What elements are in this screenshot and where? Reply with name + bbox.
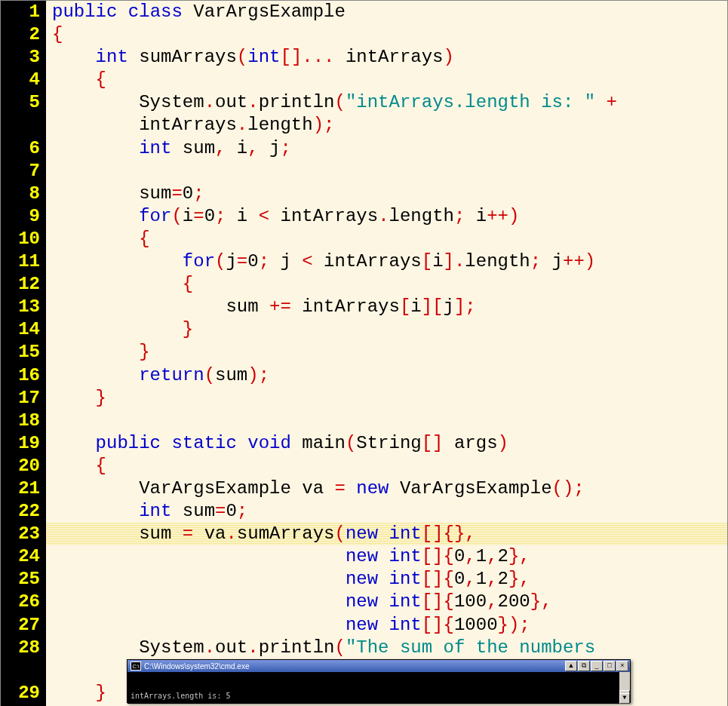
code-content[interactable]: System.out.println("intArrays.length is:… bbox=[46, 91, 727, 114]
code-content[interactable]: int sum, i, j; bbox=[46, 137, 727, 160]
code-line[interactable]: 10 { bbox=[1, 228, 727, 250]
code-content[interactable]: { bbox=[46, 23, 727, 46]
token-id: 1000 bbox=[454, 615, 498, 635]
token-id bbox=[161, 433, 171, 453]
code-line[interactable]: 17 } bbox=[1, 387, 727, 410]
token-pn: ]. bbox=[444, 251, 465, 272]
code-line[interactable]: 27 new int[]{1000}); bbox=[1, 614, 727, 637]
code-line[interactable]: 18 bbox=[1, 410, 727, 432]
code-line[interactable]: 14 } bbox=[1, 318, 727, 341]
line-number: 21 bbox=[1, 477, 46, 500]
code-line[interactable]: 11 for(j=0; j < intArrays[i].length; j++… bbox=[1, 250, 727, 273]
code-content[interactable] bbox=[46, 410, 727, 432]
code-content[interactable]: new int[]{1000}); bbox=[46, 614, 727, 637]
line-number: 28 bbox=[1, 637, 46, 659]
token-pn: , bbox=[465, 569, 475, 589]
code-line[interactable]: 4 { bbox=[1, 69, 727, 91]
code-line[interactable]: 28 System.out.println("The sum of the nu… bbox=[1, 637, 727, 659]
code-line[interactable]: 16 return(sum); bbox=[1, 364, 727, 387]
code-content[interactable]: { bbox=[46, 69, 727, 91]
code-line[interactable]: 25 new int[]{0,1,2}, bbox=[1, 568, 727, 591]
code-content[interactable]: for(j=0; j < intArrays[i].length; j++) bbox=[46, 250, 727, 273]
code-content[interactable]: } bbox=[46, 341, 727, 364]
token-pn: }); bbox=[498, 615, 530, 635]
code-editor[interactable]: 1public class VarArgsExample2{3 int sumA… bbox=[0, 0, 728, 706]
token-pn: = bbox=[193, 206, 204, 226]
code-content[interactable]: System.out.println("The sum of the numbe… bbox=[46, 637, 727, 659]
code-line[interactable]: 5 System.out.println("intArrays.length i… bbox=[1, 91, 727, 114]
code-content[interactable]: intArrays.length); bbox=[46, 114, 727, 137]
code-line[interactable]: 7 bbox=[1, 160, 727, 183]
token-id bbox=[52, 433, 96, 453]
code-line[interactable]: 1public class VarArgsExample bbox=[1, 1, 727, 23]
code-line[interactable]: 3 int sumArrays(int[]... intArrays) bbox=[1, 46, 727, 69]
code-line[interactable]: 12 { bbox=[1, 273, 727, 296]
token-id: j bbox=[541, 251, 563, 272]
cmd-titlebar[interactable]: C:\ C:\Windows\system32\cmd.exe ▲ ⧉ _ □ … bbox=[127, 660, 630, 672]
cmd-maximize-button[interactable]: □ bbox=[604, 661, 616, 671]
code-line[interactable]: 15 } bbox=[1, 341, 727, 364]
code-line[interactable]: 21 VarArgsExample va = new VarArgsExampl… bbox=[1, 477, 727, 500]
line-number: 6 bbox=[1, 137, 46, 160]
token-kw: int bbox=[96, 47, 128, 67]
token-pn: , bbox=[487, 591, 497, 612]
cmd-scrollbar[interactable]: ▲ ▼ bbox=[619, 672, 630, 704]
line-number: 11 bbox=[1, 250, 46, 273]
code-content[interactable]: return(sum); bbox=[46, 364, 727, 387]
token-id bbox=[52, 229, 139, 249]
code-content[interactable]: public class VarArgsExample bbox=[46, 1, 727, 23]
code-line[interactable]: 13 sum += intArrays[i][j]; bbox=[1, 296, 727, 318]
token-id bbox=[595, 92, 606, 112]
code-line[interactable]: 22 int sum=0; bbox=[1, 500, 727, 523]
token-pn: []{ bbox=[422, 615, 454, 635]
code-content[interactable]: } bbox=[46, 318, 727, 341]
code-line[interactable]: 23 sum = va.sumArrays(new int[]{}, bbox=[1, 523, 727, 545]
token-pn: ; bbox=[454, 206, 465, 226]
code-content[interactable]: sum = va.sumArrays(new int[]{}, bbox=[46, 523, 727, 545]
code-content[interactable]: new int[]{100,200}, bbox=[46, 591, 727, 613]
cmd-close-button[interactable]: × bbox=[616, 661, 628, 671]
token-id: 1 bbox=[476, 569, 487, 589]
line-number: 23 bbox=[1, 523, 46, 545]
code-content[interactable]: { bbox=[46, 273, 727, 296]
token-id: out bbox=[215, 92, 247, 112]
cmd-window[interactable]: C:\ C:\Windows\system32\cmd.exe ▲ ⧉ _ □ … bbox=[127, 659, 631, 703]
code-line[interactable]: 8 sum=0; bbox=[1, 183, 727, 205]
token-id bbox=[52, 456, 96, 476]
code-line[interactable]: 26 new int[]{100,200}, bbox=[1, 591, 727, 613]
code-content[interactable]: new int[]{0,1,2}, bbox=[46, 545, 727, 568]
cmd-scrollback-up-button[interactable]: ▲ bbox=[565, 661, 577, 671]
line-number: 20 bbox=[1, 455, 46, 477]
cmd-restore-button[interactable]: ⧉ bbox=[578, 661, 590, 671]
code-line[interactable]: 20 { bbox=[1, 455, 727, 477]
code-content[interactable]: public static void main(String[] args) bbox=[46, 432, 727, 455]
code-content[interactable]: sum=0; bbox=[46, 183, 727, 205]
code-line[interactable]: 24 new int[]{0,1,2}, bbox=[1, 545, 727, 568]
token-id bbox=[378, 569, 389, 589]
code-line[interactable]: intArrays.length); bbox=[1, 114, 727, 137]
scroll-down-icon[interactable]: ▼ bbox=[619, 693, 630, 704]
code-content[interactable]: sum += intArrays[i][j]; bbox=[46, 296, 727, 318]
token-pn: [ bbox=[422, 251, 432, 272]
code-line[interactable]: 19 public static void main(String[] args… bbox=[1, 432, 727, 455]
code-content[interactable]: int sum=0; bbox=[46, 500, 727, 523]
token-kw: new bbox=[346, 569, 378, 589]
code-line[interactable]: 9 for(i=0; i < intArrays.length; i++) bbox=[1, 205, 727, 228]
line-number: 14 bbox=[1, 318, 46, 341]
code-content[interactable]: VarArgsExample va = new VarArgsExample()… bbox=[46, 477, 727, 500]
token-pn: [ bbox=[400, 296, 410, 317]
code-content[interactable] bbox=[46, 160, 727, 183]
cmd-minimize-button[interactable]: _ bbox=[591, 661, 603, 671]
token-pn: ( bbox=[346, 433, 356, 453]
code-line[interactable]: 6 int sum, i, j; bbox=[1, 137, 727, 160]
code-content[interactable]: { bbox=[46, 228, 727, 250]
cmd-output: intArrays.length is: 5 The sum of the nu… bbox=[127, 672, 630, 704]
token-pn: { bbox=[96, 69, 106, 90]
code-content[interactable]: int sumArrays(int[]... intArrays) bbox=[46, 46, 727, 69]
code-content[interactable]: { bbox=[46, 455, 727, 477]
code-content[interactable]: new int[]{0,1,2}, bbox=[46, 568, 727, 591]
code-content[interactable]: } bbox=[46, 387, 727, 410]
code-content[interactable]: for(i=0; i < intArrays.length; i++) bbox=[46, 205, 727, 228]
code-line[interactable]: 2{ bbox=[1, 23, 727, 46]
token-pn: []{ bbox=[422, 591, 454, 612]
